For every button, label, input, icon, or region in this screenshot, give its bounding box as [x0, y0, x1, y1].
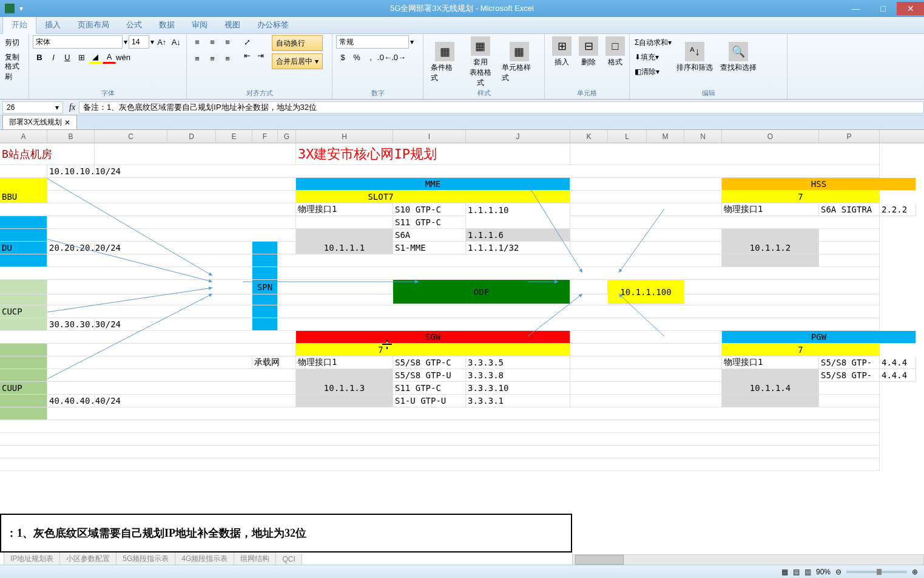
- cell[interactable]: [570, 216, 880, 229]
- cell[interactable]: [0, 344, 47, 356]
- cell[interactable]: [570, 331, 722, 344]
- cell[interactable]: 3.3.3.8: [466, 369, 570, 382]
- cell[interactable]: [0, 203, 296, 216]
- cell[interactable]: SPN: [252, 280, 278, 294]
- sheet-tab-qci[interactable]: QCI: [275, 554, 302, 565]
- fill-button[interactable]: ⬇ 填充 ▾: [633, 50, 673, 64]
- horizontal-scrollbar[interactable]: [572, 554, 924, 565]
- cell[interactable]: [278, 242, 296, 254]
- cell[interactable]: [47, 191, 296, 203]
- cell[interactable]: [278, 280, 393, 294]
- cell[interactable]: [252, 242, 278, 254]
- cell[interactable]: 承载网: [252, 356, 278, 369]
- cell[interactable]: [47, 356, 252, 369]
- cell[interactable]: [466, 216, 570, 229]
- cell[interactable]: [722, 369, 819, 382]
- cell[interactable]: [252, 254, 278, 267]
- fill-color-button[interactable]: ◢: [89, 50, 102, 64]
- align-bottom-icon[interactable]: ≡: [221, 35, 234, 49]
- tab-insert[interactable]: 插入: [36, 16, 69, 33]
- tab-data[interactable]: 数据: [150, 16, 183, 33]
- format-cells-button[interactable]: □格式: [602, 35, 629, 69]
- cell[interactable]: [278, 356, 296, 369]
- sheet-tab-cell[interactable]: 小区参数配置: [59, 552, 116, 566]
- cell[interactable]: [0, 446, 880, 458]
- cell[interactable]: S5/S8 GTP-: [819, 356, 880, 369]
- col-header-K[interactable]: K: [570, 130, 608, 143]
- quick-access-dropdown[interactable]: ▾: [19, 4, 23, 13]
- insert-cells-button[interactable]: ⊞插入: [548, 35, 575, 69]
- cell[interactable]: [819, 254, 880, 267]
- maximize-button[interactable]: □: [869, 2, 897, 15]
- cell[interactable]: [819, 395, 880, 407]
- tab-view[interactable]: 视图: [216, 16, 249, 33]
- cell[interactable]: [252, 294, 278, 305]
- cell[interactable]: 10.1.1.4: [722, 382, 819, 395]
- cell[interactable]: S11 GTP-C: [393, 382, 466, 395]
- align-top-icon[interactable]: ≡: [191, 35, 204, 49]
- cell[interactable]: [278, 267, 880, 280]
- tab-layout[interactable]: 页面布局: [69, 16, 118, 33]
- view-normal-icon[interactable]: ▦: [781, 568, 788, 576]
- cell[interactable]: [0, 280, 47, 294]
- cell[interactable]: [47, 407, 880, 420]
- cell[interactable]: [570, 369, 722, 382]
- cell[interactable]: 10.1.1.3: [296, 382, 393, 395]
- minimize-button[interactable]: —: [842, 2, 869, 15]
- cell[interactable]: [570, 344, 722, 356]
- cell[interactable]: [278, 294, 880, 305]
- bold-button[interactable]: B: [33, 50, 46, 64]
- cell[interactable]: [570, 242, 722, 254]
- align-right-icon[interactable]: ≡: [221, 52, 234, 65]
- cell[interactable]: CUUP: [0, 382, 47, 395]
- cell[interactable]: S1-U GTP-U: [393, 395, 466, 407]
- cell[interactable]: [0, 433, 880, 446]
- cell[interactable]: [296, 216, 393, 229]
- zoom-in-button[interactable]: ⊕: [912, 568, 918, 576]
- cell[interactable]: S10 GTP-C: [393, 203, 466, 216]
- cell[interactable]: S5/S8 GTP-C: [393, 356, 466, 369]
- cell[interactable]: [684, 280, 880, 294]
- format-painter-button[interactable]: 格式刷: [4, 64, 25, 79]
- sheet-tab-net[interactable]: 组网结构: [234, 552, 276, 566]
- number-format-select[interactable]: [336, 35, 409, 49]
- col-header-G[interactable]: G: [278, 130, 296, 143]
- comma-icon[interactable]: ,: [364, 50, 377, 64]
- cell[interactable]: [0, 331, 296, 344]
- cell[interactable]: 20.20.20.20/24: [47, 242, 95, 254]
- cell[interactable]: HSS: [722, 178, 916, 191]
- table-format-button[interactable]: ▦套用 表格格式: [462, 35, 497, 89]
- cell[interactable]: [0, 407, 47, 420]
- cell[interactable]: [95, 143, 296, 165]
- cell[interactable]: [819, 229, 880, 242]
- cell[interactable]: PGW: [722, 331, 916, 344]
- cut-button[interactable]: 剪切: [4, 35, 25, 50]
- currency-icon[interactable]: $: [336, 50, 349, 64]
- delete-cells-button[interactable]: ⊟删除: [575, 35, 602, 69]
- cell[interactable]: [466, 191, 570, 203]
- align-center-icon[interactable]: ≡: [206, 52, 219, 65]
- cell[interactable]: [47, 254, 252, 267]
- cell[interactable]: [819, 242, 880, 254]
- cell[interactable]: 7: [722, 191, 880, 203]
- cell[interactable]: [47, 369, 296, 382]
- cell[interactable]: SGW: [296, 331, 570, 344]
- cell[interactable]: [47, 294, 252, 305]
- cell[interactable]: [47, 216, 296, 229]
- col-header-I[interactable]: I: [393, 130, 466, 143]
- cell[interactable]: 物理接口1: [722, 203, 819, 216]
- cell[interactable]: 3.3.3.5: [466, 356, 570, 369]
- cell[interactable]: 1.1.1.10: [466, 203, 570, 216]
- cell[interactable]: [722, 254, 819, 267]
- cell[interactable]: [296, 395, 393, 407]
- formula-input[interactable]: 备注：1、灰色底纹区域需要自己规划IP地址补全数据，地址为32位: [79, 101, 924, 114]
- cell[interactable]: S5/S8 GTP-U: [393, 369, 466, 382]
- merge-center-button[interactable]: 合并后居中 ▾: [272, 53, 323, 69]
- cell[interactable]: DU: [0, 242, 47, 254]
- align-middle-icon[interactable]: ≡: [206, 35, 219, 49]
- zoom-slider[interactable]: [846, 571, 907, 573]
- cell[interactable]: [570, 178, 722, 191]
- cell[interactable]: 物理接口1: [296, 356, 393, 369]
- increase-decimal-icon[interactable]: .0←: [378, 50, 391, 64]
- cell[interactable]: [0, 165, 47, 178]
